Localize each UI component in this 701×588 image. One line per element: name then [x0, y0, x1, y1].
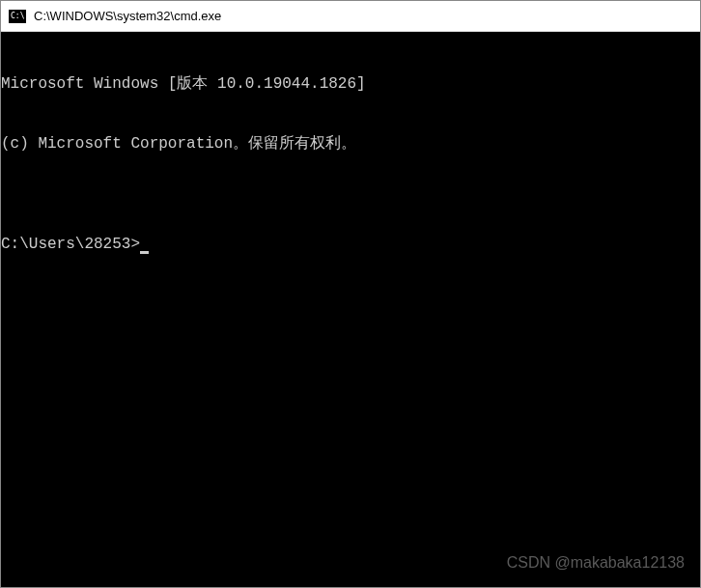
terminal-prompt: C:\Users\28253>: [1, 236, 140, 253]
titlebar[interactable]: C:\ C:\WINDOWS\system32\cmd.exe: [1, 1, 700, 32]
terminal-line-version: Microsoft Windows [版本 10.0.19044.1826]: [1, 74, 700, 95]
cmd-icon-label: C:\: [11, 13, 24, 20]
cmd-window: C:\ C:\WINDOWS\system32\cmd.exe Microsof…: [0, 0, 701, 588]
cursor-icon: [140, 251, 149, 254]
window-title: C:\WINDOWS\system32\cmd.exe: [34, 9, 221, 23]
terminal-area[interactable]: Microsoft Windows [版本 10.0.19044.1826] (…: [1, 32, 700, 587]
cmd-icon: C:\: [9, 10, 26, 23]
terminal-line-copyright: (c) Microsoft Corporation。保留所有权利。: [1, 134, 700, 154]
watermark-text: CSDN @makabaka12138: [507, 553, 685, 574]
terminal-prompt-line: C:\Users\28253>: [1, 235, 700, 255]
